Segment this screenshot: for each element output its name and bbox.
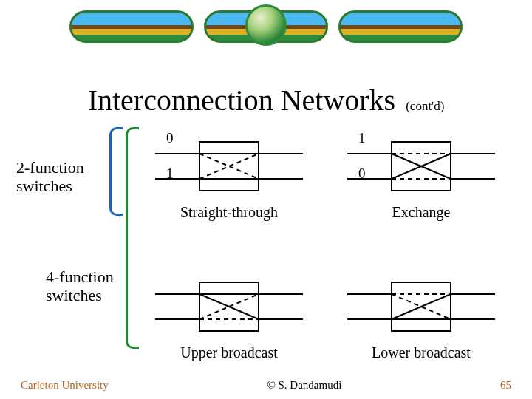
port-number: 1 bbox=[358, 130, 366, 146]
footer-university: Carleton University bbox=[21, 379, 109, 392]
label-line: 2-function bbox=[16, 158, 84, 177]
bracket-top bbox=[109, 127, 123, 216]
switch-diagram-icon bbox=[155, 273, 303, 340]
bracket-full bbox=[126, 127, 139, 349]
title-row: Interconnection Networks (cont'd) bbox=[0, 83, 532, 117]
banner-right bbox=[338, 10, 463, 43]
port-number: 0 bbox=[166, 130, 174, 146]
continued-marker: (cont'd) bbox=[406, 99, 444, 114]
label-line: switches bbox=[46, 286, 102, 304]
label-line: 4-function bbox=[46, 267, 114, 286]
footer-page-number: 65 bbox=[500, 379, 511, 392]
port-number: 1 bbox=[166, 166, 174, 182]
footer-copyright: © S. Dandamudi bbox=[267, 379, 341, 392]
banner-left bbox=[69, 10, 194, 43]
switch-diagram-icon bbox=[347, 273, 495, 340]
slide-footer: Carleton University © S. Dandamudi 65 bbox=[0, 379, 532, 392]
svg-rect-0 bbox=[200, 142, 259, 191]
figure-caption: Exchange bbox=[347, 204, 495, 221]
label-four-function-switches: 4-function switches bbox=[46, 267, 114, 305]
globe-icon bbox=[245, 4, 287, 46]
figure-caption: Lower broadcast bbox=[347, 344, 495, 361]
switch-diagram-icon bbox=[347, 133, 495, 200]
slide-title: Interconnection Networks bbox=[88, 83, 396, 117]
switch-diagram-icon bbox=[155, 133, 303, 200]
figure-lower-broadcast: Lower broadcast bbox=[347, 273, 495, 361]
label-two-function-switches: 2-function switches bbox=[16, 158, 84, 196]
figure-caption: Straight-through bbox=[155, 204, 303, 221]
figure-exchange: 1 0 Exchange bbox=[347, 133, 495, 221]
label-line: switches bbox=[16, 177, 72, 195]
figure-straight-through: 0 1 Straight-through bbox=[155, 133, 303, 221]
figure-caption: Upper broadcast bbox=[155, 344, 303, 361]
figure-upper-broadcast: Upper broadcast bbox=[155, 273, 303, 361]
port-number: 0 bbox=[358, 166, 366, 182]
